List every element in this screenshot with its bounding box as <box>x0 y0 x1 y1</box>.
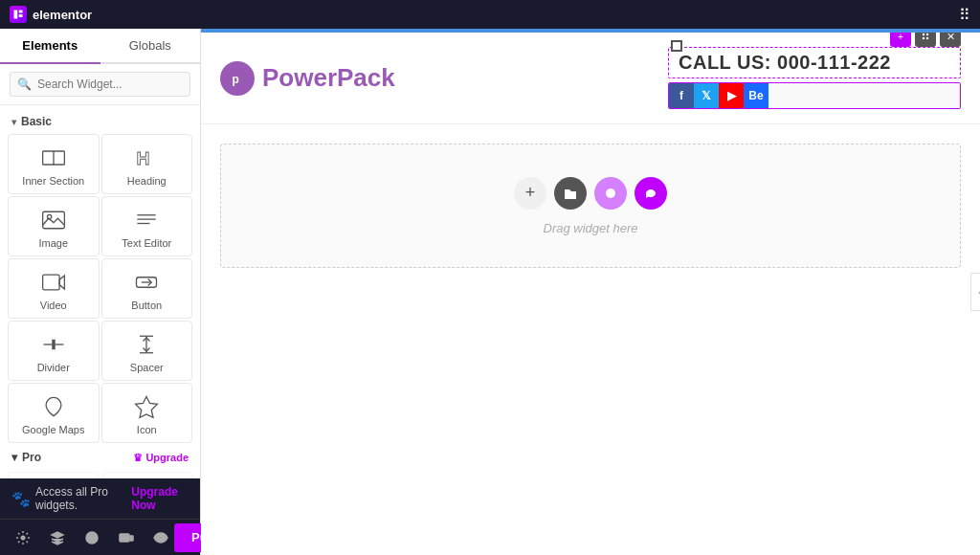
text-editor-icon <box>133 207 160 233</box>
ft-close-button[interactable]: ✕ <box>940 33 961 47</box>
widget-icon-label: Icon <box>137 424 157 435</box>
youtube-social-icon[interactable]: ▶ <box>719 83 744 108</box>
widget-text-editor[interactable]: Text Editor <box>101 196 193 256</box>
widget-video[interactable]: Video <box>8 258 100 319</box>
button-icon <box>133 269 160 296</box>
basic-section-header[interactable]: ▾ Basic <box>0 105 200 134</box>
upgrade-bar: 🐾 Access all Pro widgets. Upgrade Now <box>0 478 200 519</box>
app-name: elementor <box>33 8 92 22</box>
sidebar-content: ▾ Basic Inner Section H Heading <box>0 105 200 478</box>
drag-widget-text: Drag widget here <box>544 221 638 235</box>
svg-point-31 <box>923 33 924 35</box>
upgrade-button[interactable]: ♛ Upgrade <box>133 452 189 464</box>
call-us-label <box>671 40 682 52</box>
drag-add-button[interactable]: + <box>514 177 546 210</box>
widget-inner-section-label: Inner Section <box>22 175 84 187</box>
svg-text:p: p <box>233 72 239 85</box>
drag-widget-area[interactable]: + Drag widget here <box>220 144 961 268</box>
svg-rect-2 <box>19 14 23 17</box>
widget-spacer-label: Spacer <box>130 362 164 373</box>
video-icon <box>40 269 67 296</box>
history-icon[interactable] <box>78 524 105 551</box>
toolbar-left <box>10 524 174 551</box>
pro-section-header: ▾ Pro ♛ Upgrade <box>0 443 200 468</box>
upgrade-label: Upgrade <box>145 452 189 463</box>
basic-section-arrow: ▾ <box>11 117 16 127</box>
basic-widgets-grid: Inner Section H Heading Image <box>0 134 200 443</box>
preview-icon[interactable] <box>147 524 174 551</box>
layers-icon[interactable] <box>44 524 71 551</box>
svg-rect-6 <box>42 211 64 229</box>
icon-widget-icon <box>133 393 160 420</box>
widget-icon[interactable]: Icon <box>101 383 193 443</box>
widget-video-label: Video <box>40 300 67 311</box>
top-bar: elementor ⠿ <box>0 0 980 29</box>
pro-widget-1: Widget <box>8 472 99 478</box>
drag-pin-button[interactable] <box>594 177 627 210</box>
widget-button[interactable]: Button <box>101 258 193 319</box>
widget-text-editor-label: Text Editor <box>122 237 171 249</box>
widget-spacer[interactable]: Spacer <box>101 321 193 381</box>
upgrade-now-link[interactable]: Upgrade Now <box>131 485 189 512</box>
facebook-social-icon[interactable]: f <box>669 83 694 108</box>
social-icons-block: f 𝕏 ▶ Be ✏ <box>668 82 961 109</box>
svg-point-24 <box>21 535 26 540</box>
divider-icon <box>40 331 67 358</box>
main-layout: Elements Globals 🔍 ▾ Basic <box>0 29 980 555</box>
widget-heading[interactable]: H Heading <box>101 134 193 194</box>
canvas-scroll: p PowerPack + <box>201 33 980 555</box>
widget-heading-label: Heading <box>127 175 167 187</box>
svg-point-34 <box>926 37 928 39</box>
svg-point-20 <box>51 403 56 408</box>
svg-marker-16 <box>52 340 56 350</box>
search-icon: 🔍 <box>17 78 32 91</box>
svg-rect-35 <box>673 42 680 50</box>
svg-rect-1 <box>19 11 23 13</box>
widget-divider[interactable]: Divider <box>8 321 100 381</box>
behance-social-icon[interactable]: Be <box>744 83 768 108</box>
call-us-block: CALL US: 000-111-222 <box>668 47 961 78</box>
drag-folder-button[interactable] <box>554 177 587 210</box>
svg-rect-26 <box>120 534 129 542</box>
sidebar-collapse-handle[interactable]: ‹ <box>970 273 980 311</box>
basic-section-title: Basic <box>21 115 52 128</box>
search-input[interactable] <box>10 72 190 97</box>
svg-marker-21 <box>136 397 158 418</box>
svg-rect-0 <box>14 11 18 19</box>
bottom-toolbar: Publish ▲ <box>0 519 200 555</box>
svg-point-28 <box>159 536 163 540</box>
responsive-icon[interactable] <box>113 524 140 551</box>
drag-share-button[interactable] <box>635 177 667 210</box>
header-right: + ✕ <box>668 47 961 109</box>
drag-action-row: + <box>514 177 667 210</box>
twitter-social-icon[interactable]: 𝕏 <box>694 83 719 108</box>
canvas-area: p PowerPack + <box>201 29 980 555</box>
heading-icon: H <box>133 144 160 171</box>
tab-globals[interactable]: Globals <box>100 29 201 64</box>
image-icon <box>40 207 67 233</box>
ft-move-button[interactable] <box>915 33 936 47</box>
crown-icon: ♛ <box>133 452 143 464</box>
pro-widgets-preview: Widget Widget <box>0 468 200 478</box>
svg-text:H: H <box>137 148 150 168</box>
call-us-text: CALL US: 000-111-222 <box>679 52 891 73</box>
google-maps-icon <box>40 393 67 420</box>
grid-menu-icon[interactable]: ⠿ <box>959 6 970 24</box>
settings-icon[interactable] <box>10 524 36 551</box>
search-bar: 🔍 <box>0 64 200 105</box>
svg-rect-27 <box>130 536 133 541</box>
widget-image[interactable]: Image <box>8 196 100 256</box>
powerpack-logo-text: PowerPack <box>262 63 395 93</box>
widget-inner-section[interactable]: Inner Section <box>8 134 100 194</box>
tab-elements[interactable]: Elements <box>0 29 100 64</box>
ft-add-button[interactable]: + <box>890 33 911 47</box>
drag-section: + Drag widget here <box>201 124 980 287</box>
sidebar-tabs: Elements Globals <box>0 29 200 64</box>
widget-image-label: Image <box>38 237 68 249</box>
spacer-icon <box>133 331 160 358</box>
app-logo: elementor <box>10 6 92 23</box>
pro-title: ▾ Pro <box>11 451 41 464</box>
widget-google-maps[interactable]: Google Maps <box>8 383 100 443</box>
svg-marker-12 <box>59 276 64 289</box>
widget-divider-label: Divider <box>37 362 70 373</box>
